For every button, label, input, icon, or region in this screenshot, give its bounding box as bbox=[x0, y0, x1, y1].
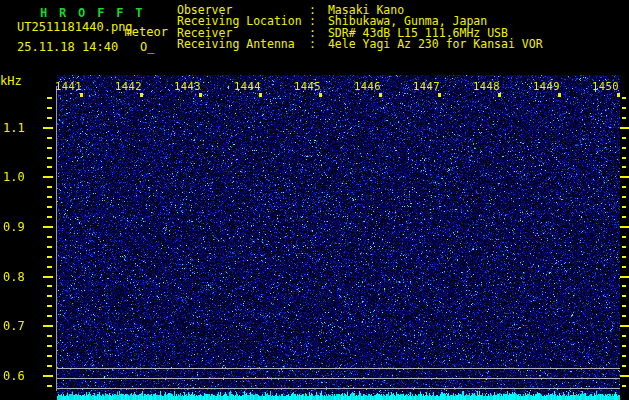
minute-tick-mark bbox=[558, 93, 561, 97]
time-tick-label: 1443 bbox=[174, 80, 201, 92]
freq-major-tick-left bbox=[43, 226, 53, 228]
freq-minor-tick-right bbox=[622, 157, 626, 159]
freq-minor-tick-right bbox=[622, 355, 626, 357]
minute-tick-mark bbox=[438, 93, 441, 97]
freq-minor-tick-left bbox=[47, 285, 52, 287]
freq-tick-label: 0.8 bbox=[3, 270, 33, 284]
freq-major-tick-left bbox=[43, 127, 53, 129]
freq-major-tick-left bbox=[43, 325, 53, 327]
minute-tick-mark bbox=[379, 93, 382, 97]
freq-minor-tick-left bbox=[47, 186, 52, 188]
freq-minor-tick-right bbox=[622, 285, 626, 287]
time-tick-label: 1449 bbox=[533, 80, 560, 92]
freq-minor-tick-left bbox=[47, 196, 52, 198]
freq-tick-label: 1.1 bbox=[3, 121, 33, 135]
time-tick-label: 1445 bbox=[294, 80, 321, 92]
freq-minor-tick-right bbox=[622, 335, 626, 337]
freq-minor-tick-right bbox=[622, 266, 626, 268]
info-row-antenna: Receiving Antenna:4ele Yagi Az 230 for K… bbox=[177, 39, 543, 50]
freq-minor-tick-right bbox=[622, 345, 626, 347]
freq-minor-tick-left bbox=[47, 355, 52, 357]
freq-minor-tick-right bbox=[622, 256, 626, 258]
freq-minor-tick-left bbox=[47, 345, 52, 347]
freq-minor-tick-left bbox=[47, 107, 52, 109]
freq-major-tick-left bbox=[43, 176, 53, 178]
app-title: H R O F F T bbox=[40, 6, 145, 20]
output-filename: UT2511181440.png bbox=[17, 20, 133, 34]
freq-major-tick-left bbox=[43, 276, 53, 278]
freq-minor-tick-left bbox=[47, 266, 52, 268]
station-info-block: Observer:Masaki Kano Receiving Location:… bbox=[177, 5, 543, 50]
freq-major-tick-right bbox=[620, 127, 629, 129]
freq-minor-tick-left bbox=[47, 335, 52, 337]
freq-tick-label: 0.7 bbox=[3, 319, 33, 333]
minute-tick-mark bbox=[140, 93, 143, 97]
minute-tick-mark bbox=[498, 93, 501, 97]
freq-major-tick-right bbox=[620, 276, 629, 278]
counter-label: O_ bbox=[140, 40, 154, 54]
freq-minor-tick-left bbox=[47, 166, 52, 168]
freq-minor-tick-left bbox=[47, 147, 52, 149]
time-tick-label: 1442 bbox=[115, 80, 142, 92]
freq-minor-tick-left bbox=[47, 305, 52, 307]
time-tick-label: 1444 bbox=[234, 80, 261, 92]
spectrogram-canvas bbox=[57, 75, 620, 400]
freq-minor-tick-right bbox=[622, 186, 626, 188]
freq-minor-tick-right bbox=[622, 295, 626, 297]
freq-major-tick-right bbox=[620, 176, 629, 178]
freq-minor-tick-right bbox=[622, 97, 626, 99]
freq-minor-tick-right bbox=[622, 206, 626, 208]
time-tick-label: 1450 bbox=[592, 80, 619, 92]
minute-tick-mark bbox=[199, 93, 202, 97]
freq-tick-label: 0.6 bbox=[3, 369, 33, 383]
frequency-axis-line bbox=[56, 86, 57, 391]
time-tick-label: 1448 bbox=[473, 80, 500, 92]
freq-major-tick-right bbox=[620, 226, 629, 228]
minute-tick-mark bbox=[617, 93, 620, 97]
meteor-mode-label: meteor bbox=[125, 25, 168, 39]
colon: : bbox=[309, 37, 316, 51]
freq-minor-tick-right bbox=[622, 196, 626, 198]
freq-minor-tick-right bbox=[622, 107, 626, 109]
freq-minor-tick-left bbox=[47, 157, 52, 159]
antenna-label: Receiving Antenna bbox=[177, 39, 309, 50]
freq-minor-tick-right bbox=[622, 166, 626, 168]
freq-tick-label: 0.9 bbox=[3, 220, 33, 234]
minute-tick-mark bbox=[80, 93, 83, 97]
datetime-label: 25.11.18 14:40 bbox=[17, 40, 118, 54]
freq-minor-tick-left bbox=[47, 236, 52, 238]
freq-minor-tick-left bbox=[47, 315, 52, 317]
freq-minor-tick-left bbox=[47, 117, 52, 119]
antenna-value: 4ele Yagi Az 230 for Kansai VOR bbox=[328, 37, 543, 51]
freq-minor-tick-left bbox=[47, 216, 52, 218]
freq-minor-tick-left bbox=[47, 246, 52, 248]
minute-tick-mark bbox=[319, 93, 322, 97]
freq-major-tick-right bbox=[620, 325, 629, 327]
freq-minor-tick-right bbox=[622, 305, 626, 307]
freq-minor-tick-right bbox=[622, 137, 626, 139]
freq-minor-tick-right bbox=[622, 216, 626, 218]
frequency-unit-label: kHz bbox=[0, 74, 22, 88]
hrofft-window: H R O F F T UT2511181440.pngmeteor 25.11… bbox=[0, 0, 629, 400]
freq-major-tick-left bbox=[43, 375, 53, 377]
freq-minor-tick-right bbox=[622, 315, 626, 317]
freq-minor-tick-left bbox=[47, 365, 52, 367]
freq-minor-tick-right bbox=[622, 365, 626, 367]
time-tick-label: 1446 bbox=[354, 80, 381, 92]
freq-minor-tick-right bbox=[622, 236, 626, 238]
freq-tick-label: 1.0 bbox=[3, 170, 33, 184]
freq-minor-tick-right bbox=[622, 385, 626, 387]
freq-minor-tick-left bbox=[47, 295, 52, 297]
freq-minor-tick-right bbox=[622, 147, 626, 149]
time-tick-label: 1441 bbox=[55, 80, 82, 92]
minute-tick-mark bbox=[259, 93, 262, 97]
freq-minor-tick-right bbox=[622, 246, 626, 248]
time-tick-label: 1447 bbox=[413, 80, 440, 92]
freq-minor-tick-left bbox=[47, 97, 52, 99]
freq-minor-tick-right bbox=[622, 117, 626, 119]
filename-line: UT2511181440.pngmeteor bbox=[17, 20, 168, 34]
freq-major-tick-right bbox=[620, 375, 629, 377]
freq-minor-tick-left bbox=[47, 206, 52, 208]
freq-minor-tick-left bbox=[47, 256, 52, 258]
freq-minor-tick-left bbox=[47, 385, 52, 387]
